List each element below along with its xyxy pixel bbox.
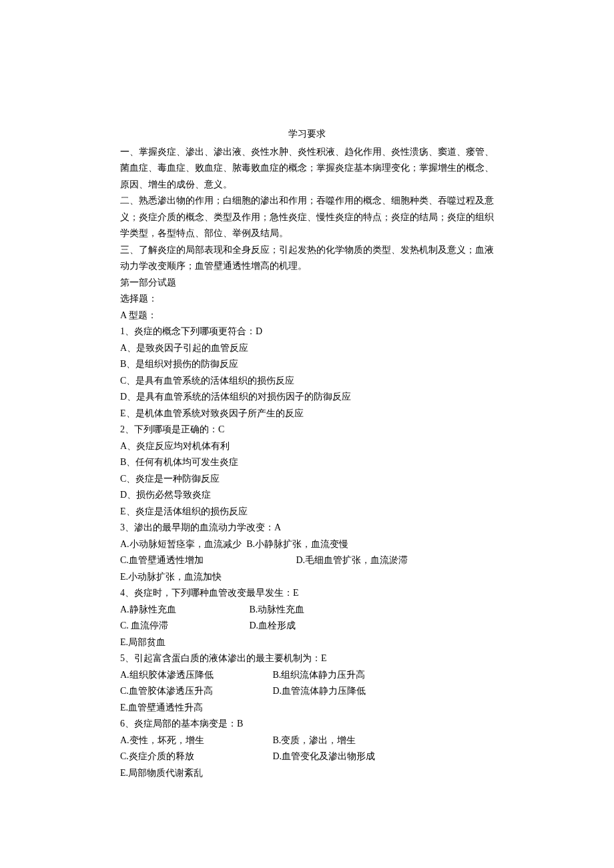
q4-opt-c: C. 血流停滞 [120, 618, 247, 634]
q2-opt-a: A、炎症反应均对机体有利 [120, 438, 494, 455]
q6-opt-e: E.局部物质代谢紊乱 [120, 765, 494, 782]
q5-opt-b: B.组织流体静力压升高 [273, 667, 366, 684]
q4-line2: C. 血流停滞 D.血栓形成 [120, 618, 494, 634]
q3-opt-b: B.小静脉扩张，血流变慢 [246, 536, 348, 553]
q5-opt-d: D.血管流体静力压降低 [273, 683, 366, 700]
q6-opt-d: D.血管变化及渗出物形成 [273, 749, 376, 765]
requirement-1: 一、掌握炎症、渗出、渗出液、炎性水肿、炎性积液、趋化作用、炎性溃疡、窦道、瘘管、… [120, 144, 494, 193]
q4-line1: A.静脉性充血 B.动脉性充血 [120, 602, 494, 618]
q1-opt-c: C、是具有血管系统的活体组织的损伤反应 [120, 373, 494, 390]
q4-opt-e: E.局部贫血 [120, 634, 494, 651]
q3-line2: C.血管壁通透性增加 D.毛细血管扩张，血流淤滞 [120, 552, 494, 569]
page-title: 学习要求 [120, 126, 494, 143]
q5-opt-e: E.血管壁通透性升高 [120, 700, 494, 717]
q6-line2: C.炎症介质的释放 D.血管变化及渗出物形成 [120, 749, 494, 765]
q2-stem: 2、下列哪项是正确的：C [120, 422, 494, 438]
q3-opt-c: C.血管壁通透性增加 [120, 552, 294, 569]
q1-stem: 1、炎症的概念下列哪项更符合：D [120, 324, 494, 340]
q4-opt-b: B.动脉性充血 [250, 602, 305, 618]
a-type-label: A 型题： [120, 308, 494, 324]
section-1-heading: 第一部分试题 [120, 275, 494, 292]
q3-opt-a: A.小动脉短暂痉挛，血流减少 [120, 536, 242, 553]
q5-opt-a: A.组织胶体渗透压降低 [120, 667, 270, 684]
q6-stem: 6、炎症局部的基本病变是：B [120, 716, 494, 733]
document-page: 学习要求 一、掌握炎症、渗出、渗出液、炎性水肿、炎性积液、趋化作用、炎性溃疡、窦… [120, 117, 494, 781]
q4-stem: 4、炎症时，下列哪种血管改变最早发生：E [120, 585, 494, 602]
q3-stem: 3、渗出的最早期的血流动力学改变：A [120, 520, 494, 536]
q4-opt-a: A.静脉性充血 [120, 602, 247, 618]
q6-opt-a: A.变性，坏死，增生 [120, 733, 270, 749]
q1-opt-a: A、是致炎因子引起的血管反应 [120, 340, 494, 357]
q5-opt-c: C.血管胶体渗透压升高 [120, 683, 270, 700]
q3-opt-e: E.小动脉扩张，血流加快 [120, 569, 494, 586]
q6-line1: A.变性，坏死，增生 B.变质，渗出，增生 [120, 733, 494, 749]
requirement-2: 二、熟悉渗出物的作用；白细胞的渗出和作用；吞噬作用的概念、细胞种类、吞噬过程及意… [120, 193, 494, 242]
q2-opt-d: D、损伤必然导致炎症 [120, 487, 494, 504]
q3-line1: A.小动脉短暂痉挛，血流减少 B.小静脉扩张，血流变慢 [120, 536, 494, 553]
q1-opt-b: B、是组织对损伤的防御反应 [120, 356, 494, 373]
q5-stem: 5、引起富含蛋白质的液体渗出的最主要机制为：E [120, 650, 494, 667]
requirement-3: 三、了解炎症的局部表现和全身反应；引起发热的化学物质的类型、发热机制及意义；血液… [120, 242, 494, 275]
q6-opt-b: B.变质，渗出，增生 [273, 733, 356, 749]
q2-opt-b: B、任何有机体均可发生炎症 [120, 454, 494, 471]
q1-opt-e: E、是机体血管系统对致炎因子所产生的反应 [120, 406, 494, 422]
q6-opt-c: C.炎症介质的释放 [120, 749, 270, 765]
q4-opt-d: D.血栓形成 [250, 618, 296, 634]
q5-line1: A.组织胶体渗透压降低 B.组织流体静力压升高 [120, 667, 494, 684]
q3-opt-d: D.毛细血管扩张，血流淤滞 [296, 552, 408, 569]
q2-opt-e: E、炎症是活体组织的损伤反应 [120, 504, 494, 520]
q5-line2: C.血管胶体渗透压升高 D.血管流体静力压降低 [120, 683, 494, 700]
q1-opt-d: D、是具有血管系统的活体组织的对损伤因子的防御反应 [120, 389, 494, 406]
select-label: 选择题： [120, 291, 494, 308]
q2-opt-c: C、炎症是一种防御反应 [120, 471, 494, 488]
